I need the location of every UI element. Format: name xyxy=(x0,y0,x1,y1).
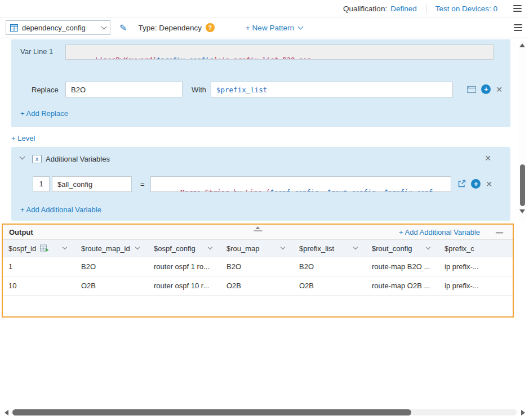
horizontal-scrollbar-thumb[interactable] xyxy=(12,409,411,415)
formula-var-1: $ospf_config xyxy=(270,189,319,192)
chevron-down-icon xyxy=(281,245,285,249)
minimize-button[interactable]: — xyxy=(496,228,503,236)
panel-collapse-handle-icon[interactable] xyxy=(254,226,262,231)
pattern-select-value: dependency_config xyxy=(22,24,98,32)
output-table-header: $ospf_id $route_map_id $ospf_config $rou… xyxy=(3,240,513,257)
table-cell: O2B xyxy=(294,282,366,290)
pattern-select[interactable]: dependency_config xyxy=(6,20,110,35)
column-header[interactable]: $prefix_list xyxy=(294,244,366,253)
close-button[interactable]: ✕ xyxy=(486,180,492,188)
add-level-link[interactable]: + Level xyxy=(11,134,35,142)
column-header[interactable]: $prefix_c xyxy=(439,244,513,253)
chevron-down-icon[interactable] xyxy=(20,154,25,160)
table-cell: router ospf 1 ro... xyxy=(148,262,221,271)
table-cell: ip prefix-... xyxy=(439,282,513,290)
table-cell: 1 xyxy=(3,262,75,271)
hamburger-menu-icon[interactable] xyxy=(513,5,522,12)
open-in-new-icon[interactable] xyxy=(457,180,466,188)
test-on-devices-link[interactable]: Test on Devices: 0 xyxy=(435,5,497,13)
chevron-down-icon xyxy=(135,245,140,249)
column-header[interactable]: $rout_config xyxy=(366,244,439,253)
add-replace-link[interactable]: + Add Replace xyxy=(20,109,68,118)
add-additional-variable-link[interactable]: + Add Additional Variable xyxy=(20,205,101,214)
output-panel: Output + Add Additional Variable — $ospf… xyxy=(2,224,514,318)
qualification-label: Qualification: xyxy=(343,5,387,13)
help-icon[interactable]: ? xyxy=(206,23,215,32)
scroll-right-arrow-icon[interactable] xyxy=(521,410,525,415)
additional-variables-panel: x Additional Variables ✕ 1 = Merge Strin… xyxy=(11,147,510,221)
app-root: Qualification: Defined Test on Devices: … xyxy=(0,0,529,420)
formula-sep-1: , xyxy=(319,189,327,192)
table-cell: ip prefix-... xyxy=(439,262,513,271)
toolbar-menu-icon[interactable] xyxy=(514,24,522,31)
formula-var-2: $rout_config xyxy=(327,189,376,192)
chevron-down-icon xyxy=(208,245,212,249)
close-button[interactable]: ✕ xyxy=(496,86,503,93)
column-header[interactable]: $rou_map xyxy=(221,244,294,253)
table-cell: B2O xyxy=(221,262,294,271)
table-grid-icon xyxy=(10,24,18,32)
scroll-left-arrow-icon[interactable] xyxy=(5,410,8,415)
key-column-icon xyxy=(40,244,49,252)
table-cell: O2B xyxy=(75,282,148,290)
output-header: Output + Add Additional Variable — xyxy=(3,225,513,240)
edit-pencil-icon[interactable]: ✎ xyxy=(119,23,127,33)
column-header[interactable]: $ospf_id xyxy=(3,244,75,253)
code-variable: $prefix_config xyxy=(157,56,214,60)
chevron-down-icon xyxy=(101,24,107,29)
table-cell: route-map O2B ... xyxy=(366,282,439,290)
table-cell: 10 xyxy=(3,282,75,290)
code-function: LinesByKeyword[ xyxy=(95,56,156,60)
vertical-scrollbar-thumb[interactable] xyxy=(520,164,525,206)
editor-window-icon[interactable] xyxy=(467,86,476,93)
table-row[interactable]: 10 O2B router ospf 10 r... O2B O2B route… xyxy=(3,276,513,296)
scroll-down-arrow-icon[interactable] xyxy=(519,209,525,213)
variable-name-input[interactable] xyxy=(52,176,132,192)
table-row[interactable]: 1 B2O router ospf 1 ro... B2O B2O route-… xyxy=(3,257,513,276)
chevron-down-icon xyxy=(297,24,303,29)
variable-icon: x xyxy=(32,155,42,163)
topbar-divider xyxy=(426,5,426,13)
add-button[interactable]: + xyxy=(481,84,491,94)
add-button[interactable]: + xyxy=(471,179,481,189)
new-pattern-button[interactable]: + New Pattern xyxy=(246,24,303,32)
qualification-value-link[interactable]: Defined xyxy=(390,5,417,13)
table-cell: route-map B2O ... xyxy=(366,262,439,271)
top-bar: Qualification: Defined Test on Devices: … xyxy=(0,0,529,17)
formula-var-3: $prefix_conf xyxy=(384,189,433,192)
scroll-up-arrow-icon[interactable] xyxy=(519,43,525,47)
equals-sign: = xyxy=(140,180,145,189)
formula-input[interactable]: Merge String by Line ($ospf_config, $rou… xyxy=(150,176,451,192)
var-line-input[interactable]: LinesByKeyword[$prefix_config]:ip prefix… xyxy=(65,44,494,60)
pattern-toolbar: dependency_config ✎ Type: Dependency ? +… xyxy=(0,17,529,38)
chevron-down-icon xyxy=(63,245,67,249)
table-cell: B2O xyxy=(75,262,148,271)
formula-function: Merge String by Line ( xyxy=(180,189,270,192)
table-cell: B2O xyxy=(294,262,366,271)
code-rest: ]:ip prefix-list B2O seq xyxy=(214,56,311,60)
horizontal-scrollbar[interactable] xyxy=(0,408,529,418)
output-title: Output xyxy=(9,228,33,236)
chevron-down-icon xyxy=(353,245,358,249)
replace-label: Replace xyxy=(32,86,59,94)
vertical-scrollbar[interactable] xyxy=(519,41,526,221)
column-header[interactable]: $route_map_id xyxy=(75,244,148,253)
replace-find-input[interactable] xyxy=(65,82,183,97)
output-add-additional-variable-link[interactable]: + Add Additional Variable xyxy=(399,228,480,236)
var-line-panel: Var Line 1 LinesByKeyword[$prefix_config… xyxy=(11,39,510,127)
new-pattern-label: + New Pattern xyxy=(246,24,294,32)
replace-with-input[interactable] xyxy=(211,82,453,97)
var-line-label: Var Line 1 xyxy=(20,47,53,56)
additional-variables-title: Additional Variables xyxy=(46,155,110,163)
variable-row-index: 1 xyxy=(33,176,50,192)
with-label: With xyxy=(192,86,206,94)
table-cell: O2B xyxy=(221,282,294,290)
chevron-down-icon xyxy=(426,245,430,249)
formula-sep-2: , xyxy=(376,189,384,192)
column-header[interactable]: $ospf_config xyxy=(148,244,221,253)
table-cell: router ospf 10 r... xyxy=(148,282,221,290)
pattern-type-label: Type: Dependency xyxy=(138,24,202,32)
close-button[interactable]: ✕ xyxy=(484,154,491,162)
